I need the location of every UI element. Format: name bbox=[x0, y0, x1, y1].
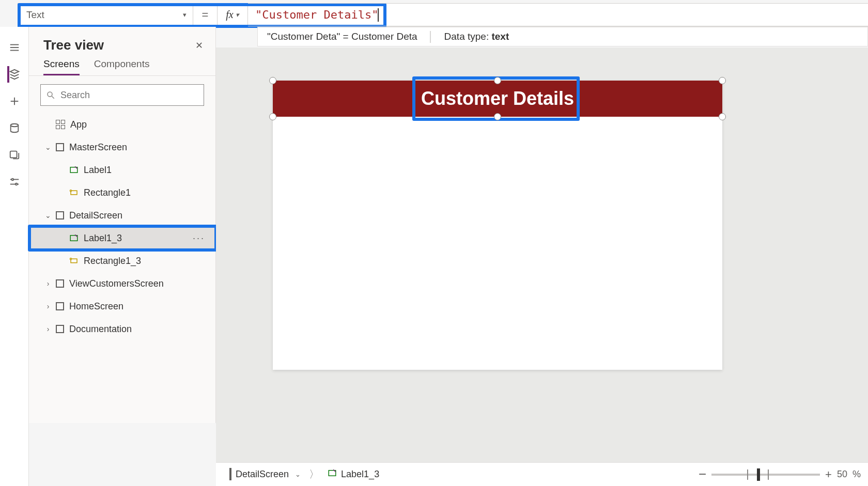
tree-item-label: Rectangle1_3 bbox=[84, 256, 141, 266]
selection-handle[interactable] bbox=[494, 113, 501, 120]
formula-result-bar: "Customer Deta" = Customer Deta │ Data t… bbox=[257, 27, 868, 46]
svg-line-14 bbox=[52, 96, 54, 99]
tree-item-label: Label1_3 bbox=[84, 233, 122, 244]
chevron-down-icon[interactable]: ⌄ bbox=[43, 211, 53, 220]
slider-thumb[interactable] bbox=[757, 468, 760, 481]
breadcrumb-bar: DetailScreen ⌄ 〉 Label1_3 − + 50 % bbox=[216, 462, 868, 486]
tree-item-detailscreen[interactable]: ⌄ DetailScreen bbox=[29, 204, 215, 227]
svg-point-10 bbox=[15, 183, 17, 185]
screen-icon bbox=[56, 211, 64, 220]
artboard-detailscreen[interactable]: Customer Details bbox=[273, 81, 722, 370]
formula-value: "Customer Details" bbox=[255, 8, 378, 21]
breadcrumb-control-label: Label1_3 bbox=[341, 469, 379, 480]
text-cursor-icon bbox=[378, 8, 379, 22]
tree-item-homescreen[interactable]: › HomeScreen bbox=[29, 295, 215, 318]
tree-item-label: HomeScreen bbox=[69, 301, 123, 312]
zoom-controls: − + 50 % bbox=[699, 466, 861, 482]
formula-input[interactable]: "Customer Details" bbox=[248, 3, 868, 26]
tree-item-label: MasterScreen bbox=[69, 142, 127, 153]
chevron-right-icon[interactable]: › bbox=[43, 279, 53, 288]
breadcrumb-control[interactable]: Label1_3 bbox=[321, 468, 385, 480]
app-icon bbox=[56, 120, 65, 129]
fx-button[interactable]: fx ▾ bbox=[217, 3, 248, 26]
tree-item-label: App bbox=[70, 119, 87, 130]
tree-view-title: Tree view bbox=[43, 37, 104, 53]
zoom-slider[interactable] bbox=[711, 474, 820, 476]
tree-item-label: DetailScreen bbox=[69, 210, 122, 221]
selection-handle[interactable] bbox=[719, 77, 726, 84]
chevron-down-icon[interactable]: ⌄ bbox=[43, 143, 53, 151]
tree-item-label: Label1 bbox=[84, 165, 112, 176]
tab-screens[interactable]: Screens bbox=[43, 58, 80, 75]
label-icon bbox=[69, 233, 79, 243]
tree-tabs: Screens Components bbox=[29, 58, 215, 76]
formula-bar: Text ▾ = fx ▾ "Customer Details" bbox=[18, 3, 868, 27]
close-icon[interactable]: ✕ bbox=[195, 40, 203, 51]
zoom-out-button[interactable]: − bbox=[699, 466, 706, 482]
tree-item-app[interactable]: App bbox=[29, 113, 215, 136]
svg-rect-6 bbox=[10, 151, 17, 158]
tree-item-label: Rectangle1 bbox=[84, 187, 131, 198]
zoom-value: 50 bbox=[837, 469, 847, 480]
screen-icon bbox=[56, 302, 64, 310]
chevron-right-icon: 〉 bbox=[309, 467, 319, 481]
screen-icon bbox=[56, 143, 64, 151]
canvas-area[interactable]: Customer Details bbox=[216, 48, 868, 462]
chevron-down-icon[interactable]: ⌄ bbox=[295, 471, 301, 478]
rectangle-icon bbox=[69, 256, 79, 265]
selection-handle[interactable] bbox=[269, 113, 276, 120]
selection-handle[interactable] bbox=[494, 77, 501, 84]
tab-components[interactable]: Components bbox=[94, 58, 150, 75]
tree-search-input[interactable] bbox=[60, 90, 204, 101]
highlight-box-tree bbox=[28, 225, 218, 252]
selection-handle[interactable] bbox=[269, 77, 276, 84]
breadcrumb-screen[interactable]: DetailScreen ⌄ bbox=[223, 469, 307, 480]
chevron-down-icon: ▾ bbox=[183, 11, 187, 19]
more-icon[interactable]: ··· bbox=[193, 233, 205, 244]
svg-point-7 bbox=[11, 179, 13, 181]
tree-view-panel: Tree view ✕ Screens Components App ⌄ Mas… bbox=[29, 27, 216, 423]
svg-point-5 bbox=[10, 124, 18, 127]
tree-view-rail-button[interactable] bbox=[7, 67, 22, 82]
svg-point-13 bbox=[48, 92, 52, 97]
media-rail-button[interactable] bbox=[7, 148, 22, 162]
data-rail-button[interactable] bbox=[7, 121, 22, 135]
tree-item-rectangle1[interactable]: Rectangle1 bbox=[29, 181, 215, 204]
property-dropdown-value: Text bbox=[26, 9, 44, 21]
equals-label: = bbox=[193, 3, 217, 26]
formula-eval-text: "Customer Deta" = Customer Deta bbox=[267, 31, 417, 42]
insert-rail-button[interactable] bbox=[7, 94, 22, 108]
search-icon bbox=[46, 90, 55, 100]
svg-point-20 bbox=[70, 258, 72, 260]
tree-item-label1-3[interactable]: Label1_3 ··· bbox=[29, 227, 215, 249]
chevron-right-icon[interactable]: › bbox=[43, 302, 53, 310]
rectangle-icon bbox=[69, 188, 79, 197]
tree-list: App ⌄ MasterScreen Label1 Rectangle1 ⌄ D… bbox=[29, 111, 215, 340]
screen-icon bbox=[229, 469, 231, 480]
zoom-percent: % bbox=[853, 469, 861, 480]
tree-search[interactable] bbox=[40, 84, 204, 106]
chevron-down-icon: ▾ bbox=[236, 11, 239, 19]
selection-handle[interactable] bbox=[719, 113, 726, 120]
label-icon bbox=[69, 165, 79, 175]
property-dropdown[interactable]: Text ▾ bbox=[18, 3, 193, 26]
tree-item-rectangle1-3[interactable]: Rectangle1_3 bbox=[29, 249, 215, 272]
label-icon bbox=[328, 468, 337, 480]
tree-item-masterscreen[interactable]: ⌄ MasterScreen bbox=[29, 136, 215, 159]
tree-item-viewcustomers[interactable]: › ViewCustomersScreen bbox=[29, 272, 215, 295]
left-rail bbox=[0, 27, 29, 486]
tree-item-documentation[interactable]: › Documentation bbox=[29, 318, 215, 340]
hamburger-icon[interactable] bbox=[7, 40, 22, 55]
zoom-in-button[interactable]: + bbox=[825, 468, 832, 481]
breadcrumb-screen-label: DetailScreen bbox=[236, 469, 289, 480]
screen-icon bbox=[56, 279, 64, 288]
banner-label[interactable]: Customer Details bbox=[421, 88, 574, 109]
svg-point-17 bbox=[70, 190, 72, 192]
tree-item-label: ViewCustomersScreen bbox=[69, 278, 164, 289]
divider: │ bbox=[428, 31, 434, 42]
banner-rectangle[interactable]: Customer Details bbox=[273, 81, 722, 117]
settings-rail-button[interactable] bbox=[7, 175, 22, 189]
chevron-right-icon[interactable]: › bbox=[43, 325, 53, 333]
tree-item-label1[interactable]: Label1 bbox=[29, 159, 215, 181]
data-type-label: Data type: bbox=[444, 31, 492, 42]
